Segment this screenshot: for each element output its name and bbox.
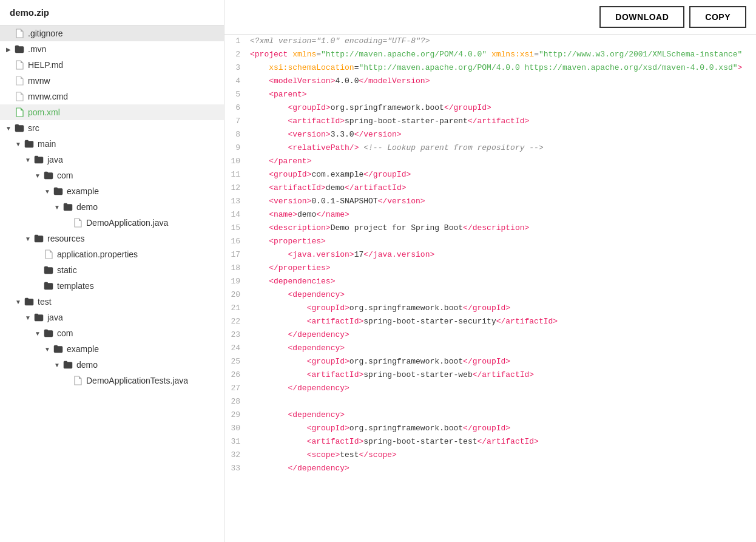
tree-item-static[interactable]: static [0,262,224,278]
chevron-icon: ▼ [24,314,32,321]
line-content: <parent> [250,88,756,101]
code-line: 13 <version>0.0.1-SNAPSHOT</version> [224,195,756,208]
code-line: 4 <modelVersion>4.0.0</modelVersion> [224,75,756,88]
tree-item-demoapplication[interactable]: DemoApplication.java [0,215,224,231]
line-content: <groupId>com.example</groupId> [250,168,756,181]
line-content: </dependency> [250,462,756,475]
line-content: <groupId>org.springframework.boot</group… [250,101,756,115]
code-line: 18 </properties> [224,262,756,275]
tree-item-demotests[interactable]: DemoApplicationTests.java [0,373,224,388]
chevron-icon: ▼ [53,362,61,368]
line-number: 8 [224,128,250,141]
code-line: 9 <relativePath/> <!-- Lookup parent fro… [224,141,756,155]
tree-item-resources[interactable]: ▼ resources [0,231,224,246]
line-content: <artifactId>spring-boot-starter-web</art… [250,368,756,382]
file-icon [14,91,25,102]
tree-item-templates[interactable]: templates [0,278,224,294]
tree-item-testdemo[interactable]: ▼ demo [0,357,224,373]
code-line: 22 <artifactId>spring-boot-starter-secur… [224,315,756,328]
line-number: 25 [224,355,250,368]
line-number: 28 [224,395,250,408]
line-content: </dependency> [250,328,756,342]
line-number: 12 [224,181,250,195]
line-content: <artifactId>demo</artifactId> [250,181,756,195]
folder-icon [43,280,54,291]
chevron-icon: ▼ [44,188,51,195]
copy-button[interactable]: COPY [689,6,746,28]
code-line: 15 <description>Demo project for Spring … [224,222,756,235]
file-icon [14,107,25,118]
tree-item-src[interactable]: ▼ src [0,120,224,136]
tree-item-main[interactable]: ▼ main [0,136,224,152]
folder-icon [53,186,64,197]
chevron-icon: ▼ [24,235,32,242]
code-line: 1<?xml version="1.0" encoding="UTF-8"?> [224,35,756,48]
tree-item-example[interactable]: ▼ example [0,183,224,199]
line-number: 23 [224,328,250,342]
tree-item-label: resources [47,234,224,243]
tree-item-label: mvnw.cmd [28,92,224,101]
folder-icon [24,138,35,149]
folder-icon [43,265,54,276]
tree-item-test[interactable]: ▼ test [0,294,224,310]
line-content: <dependency> [250,342,756,355]
tree-item-mvnw[interactable]: mvnw [0,73,224,89]
folder-icon [14,123,25,134]
line-number: 5 [224,88,250,101]
tree-item-testexample[interactable]: ▼ example [0,341,224,357]
tree-item-testjava[interactable]: ▼ java [0,310,224,325]
tree-item-pomxml[interactable]: pom.xml [0,104,224,120]
tree-item-gitignore[interactable]: .gitignore [0,25,224,41]
tree-item-mvn[interactable]: ▶ .mvn [0,41,224,57]
line-content: <project xmlns="http://maven.apache.org/… [250,48,756,61]
code-line: 11 <groupId>com.example</groupId> [224,168,756,181]
line-content: <artifactId>spring-boot-starter-parent</… [250,115,756,128]
code-line: 30 <groupId>org.springframework.boot</gr… [224,422,756,435]
line-content: <java.version>17</java.version> [250,248,756,262]
tree-item-mvnwcmd[interactable]: mvnw.cmd [0,89,224,104]
folder-icon [33,312,44,323]
tree-item-demo[interactable]: ▼ demo [0,199,224,215]
line-content: <dependencies> [250,275,756,288]
tree-item-label: java [47,155,224,164]
toolbar: DOWNLOAD COPY [224,0,756,35]
tree-item-label: main [38,139,224,149]
folder-icon [24,296,35,307]
line-content: </parent> [250,155,756,168]
code-line: 29 <dependency> [224,408,756,422]
tree-item-java[interactable]: ▼ java [0,152,224,168]
tree-item-com[interactable]: ▼ com [0,168,224,183]
code-line: 8 <version>3.3.0</version> [224,128,756,141]
file-icon [14,59,25,70]
folder-icon [43,170,54,181]
file-icon [72,375,83,386]
code-line: 16 <properties> [224,235,756,248]
tree-item-label: example [67,344,224,354]
code-line: 33 </dependency> [224,462,756,475]
line-number: 27 [224,382,250,395]
code-line: 28 [224,395,756,408]
chevron-icon: ▼ [5,125,12,132]
line-number: 10 [224,155,250,168]
tree-item-label: templates [57,281,224,291]
download-button[interactable]: DOWNLOAD [599,6,684,28]
line-content: <description>Demo project for Spring Boo… [250,222,756,235]
chevron-icon: ▼ [34,172,41,179]
line-number: 9 [224,141,250,155]
file-icon [14,75,25,86]
tree-item-testcom[interactable]: ▼ com [0,325,224,341]
code-line: 25 <groupId>org.springframework.boot</gr… [224,355,756,368]
folder-icon [14,44,25,55]
line-content: <modelVersion>4.0.0</modelVersion> [250,75,756,88]
code-line: 20 <dependency> [224,288,756,302]
line-content: <dependency> [250,288,756,302]
tree-item-appprops[interactable]: application.properties [0,246,224,262]
line-content: <?xml version="1.0" encoding="UTF-8"?> [250,35,756,48]
tree-item-help[interactable]: HELP.md [0,57,224,73]
chevron-icon: ▼ [34,330,41,337]
line-content: <scope>test</scope> [250,449,756,462]
line-content: <version>3.3.0</version> [250,128,756,141]
line-content: <groupId>org.springframework.boot</group… [250,302,756,315]
code-line: 23 </dependency> [224,328,756,342]
line-number: 26 [224,368,250,382]
